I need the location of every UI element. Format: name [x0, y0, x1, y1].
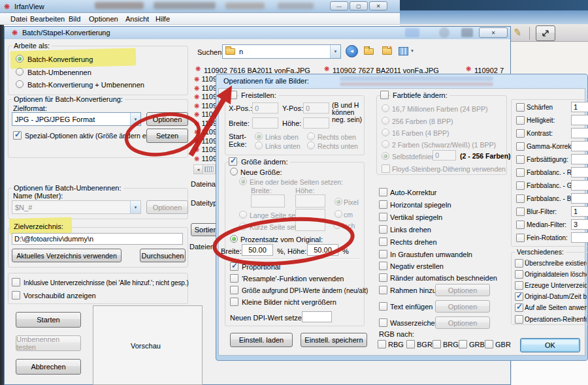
minimize-button[interactable]: — — [330, 1, 348, 10]
colorbalance-b-checkbox[interactable] — [516, 194, 525, 203]
file-list-clipped-column[interactable]: ❋ 110902 ❋ 110902 ❋ 110902 ❋ 110902 ❋ 11… — [194, 75, 216, 163]
insert-text-checkbox[interactable] — [379, 302, 387, 311]
operations-order-checkbox[interactable] — [515, 315, 523, 324]
preview-image-checkbox[interactable] — [12, 291, 20, 300]
flip-horizontal-checkbox[interactable] — [379, 200, 387, 209]
start-button[interactable]: Starten — [16, 312, 81, 328]
median-input[interactable] — [571, 219, 588, 230]
back-icon[interactable]: ◄ — [346, 45, 358, 57]
menu-optionen[interactable]: Optionen — [89, 15, 118, 23]
scroll-left-arrow[interactable]: ◄ — [194, 165, 203, 174]
radio-batch-umbenennen[interactable] — [16, 68, 24, 76]
scrollbar-thumb[interactable] — [204, 166, 214, 172]
menu-ansicht[interactable]: Ansicht — [125, 15, 149, 23]
median-checkbox[interactable] — [516, 221, 525, 229]
folder-select[interactable]: n — [222, 44, 341, 59]
gamma-input[interactable] — [571, 141, 588, 151]
contrast-input[interactable] — [571, 128, 588, 138]
menu-datei[interactable]: Datei — [10, 15, 27, 23]
colorbalance-g-checkbox[interactable] — [516, 181, 525, 190]
browse-button[interactable]: Durchsuchen — [140, 249, 186, 262]
format-options-button[interactable]: Optionen — [146, 112, 188, 126]
radio-batch-umbenennen-label[interactable]: Batch-Umbenennen — [27, 69, 91, 76]
new-size-radio[interactable] — [230, 168, 238, 176]
watermark-checkbox[interactable] — [379, 318, 387, 327]
proportional-checkbox[interactable] — [230, 262, 238, 271]
save-settings-button[interactable]: Einstell. speichern — [301, 333, 367, 347]
negative-checkbox[interactable] — [379, 262, 387, 270]
delete-originals-checkbox[interactable] — [515, 270, 523, 279]
colorbalance-b-input[interactable] — [571, 193, 588, 204]
target-format-select[interactable]: JPG - JPG/JPEG Format — [12, 112, 141, 126]
rgb-rbg-checkbox[interactable] — [378, 340, 386, 348]
expand-window-button[interactable] — [536, 25, 555, 41]
rgb-grb-checkbox[interactable] — [459, 340, 467, 348]
rotate-left-checkbox[interactable] — [379, 225, 387, 234]
blur-input[interactable] — [571, 206, 588, 217]
overwrite-checkbox[interactable] — [515, 259, 523, 268]
maximize-button[interactable]: ▢ — [350, 1, 368, 10]
crop-checkbox[interactable] — [229, 91, 237, 99]
brightness-checkbox[interactable] — [516, 116, 525, 125]
radio-batch-konvertierung[interactable] — [16, 55, 24, 63]
menu-hilfe[interactable]: Hilfe — [155, 15, 170, 23]
load-settings-button[interactable]: Einstell. laden — [230, 333, 293, 347]
resize-checkbox[interactable] — [229, 157, 237, 166]
saturation-checkbox[interactable] — [516, 155, 525, 164]
colorbalance-r-input[interactable] — [571, 167, 588, 177]
resample-checkbox[interactable] — [230, 274, 238, 283]
color-depth-checkbox[interactable] — [380, 91, 389, 99]
keep-datetime-checkbox[interactable] — [515, 292, 523, 301]
rotate-right-checkbox[interactable] — [379, 238, 387, 246]
autocrop-borders-checkbox[interactable] — [379, 273, 387, 282]
batch-close-button[interactable]: ✕ — [479, 27, 508, 38]
grayscale-checkbox[interactable] — [379, 250, 387, 258]
sharpen-input[interactable] — [571, 102, 588, 112]
dpi-resize-checkbox[interactable] — [230, 286, 238, 294]
setzen-button[interactable]: Setzen — [146, 129, 188, 143]
colorbalance-r-checkbox[interactable] — [516, 168, 525, 177]
fine-rotation-checkbox[interactable] — [516, 234, 525, 242]
cancel-button[interactable]: Abbrechen — [16, 359, 81, 375]
new-dpi-input[interactable] — [302, 311, 332, 322]
ok-button[interactable]: OK — [520, 338, 580, 352]
horizontal-scrollbar[interactable]: ◄ — [193, 164, 216, 174]
percent-radio-label[interactable]: Prozentsatz vom Original: — [240, 236, 323, 243]
gamma-checkbox[interactable] — [516, 142, 525, 151]
percent-radio[interactable] — [230, 235, 238, 243]
percent-height-input[interactable] — [307, 244, 338, 256]
target-dir-input[interactable] — [12, 233, 183, 245]
radio-batch-konv-umbenennen-label[interactable]: Batch-Konvertierung + Umbenennen — [27, 81, 144, 89]
up-folder-icon[interactable]: ↑ — [363, 46, 376, 57]
menu-bild[interactable]: Bild — [69, 15, 80, 23]
create-subdirs-checkbox[interactable] — [515, 281, 523, 290]
auto-korrektur-checkbox[interactable] — [379, 188, 387, 196]
sharpen-checkbox[interactable] — [516, 103, 525, 112]
no-enlarge-checkbox[interactable] — [230, 298, 238, 306]
rgb-bgr-checkbox[interactable] — [406, 340, 415, 348]
highlighter-pen-icon[interactable]: ✎ — [513, 26, 523, 39]
corner-rechts-oben-label: Rechts oben — [318, 133, 356, 141]
views-menu-icon[interactable]: ▼ — [399, 47, 416, 56]
blur-checkbox[interactable] — [516, 208, 525, 216]
menu-bearbeiten[interactable]: Bearbeiten — [30, 15, 65, 23]
fine-rotation-input[interactable] — [571, 232, 588, 243]
close-button[interactable]: ✕ — [369, 1, 387, 10]
new-folder-icon[interactable]: ✶ — [382, 46, 395, 57]
radio-batch-konvertierung-label[interactable]: Batch-Konvertierung — [27, 55, 93, 63]
include-subdirs-checkbox[interactable] — [12, 278, 20, 286]
flip-vertical-checkbox[interactable] — [379, 213, 387, 221]
percent-width-input[interactable] — [242, 244, 273, 256]
colorbalance-g-input[interactable] — [571, 180, 588, 191]
rgb-brg-checkbox[interactable] — [433, 340, 441, 348]
use-current-dir-button[interactable]: Aktuelles Verzeichnis verwenden — [12, 249, 122, 262]
special-options-checkbox[interactable] — [13, 131, 22, 140]
brightness-input[interactable] — [571, 115, 588, 125]
rgb-gbr-checkbox[interactable] — [485, 340, 493, 348]
add-frame-checkbox[interactable] — [379, 286, 387, 294]
radio-batch-konv-umbenennen[interactable] — [16, 80, 24, 88]
saturation-input[interactable] — [571, 154, 588, 164]
new-size-label[interactable]: Neue Größe: — [240, 168, 282, 176]
contrast-checkbox[interactable] — [516, 129, 525, 138]
apply-all-pages-checkbox[interactable] — [515, 303, 523, 312]
